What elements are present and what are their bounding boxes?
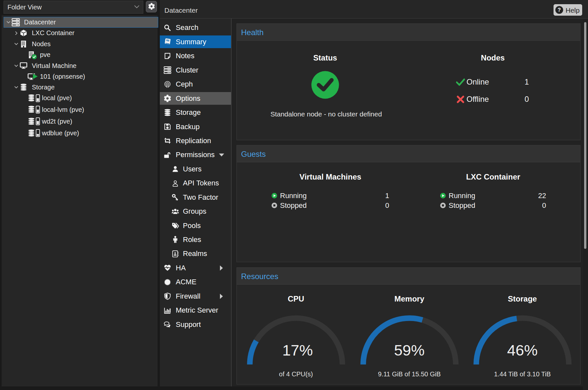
svg-text:?: ? [558, 7, 561, 13]
